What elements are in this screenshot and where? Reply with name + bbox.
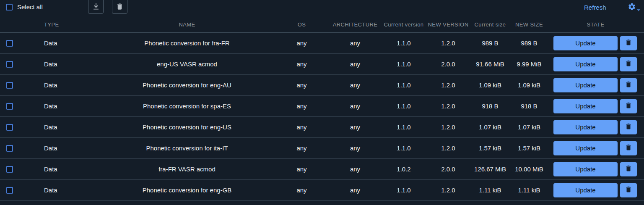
new-version-cell: 1.2.0 — [427, 117, 469, 137]
header-new-version: NEW VERSION — [427, 17, 469, 32]
state-cell: Update — [547, 54, 644, 74]
trash-icon — [625, 39, 632, 47]
delete-button[interactable] — [620, 78, 637, 92]
current-version-cell: 1.0.2 — [380, 159, 427, 179]
architecture-cell: any — [330, 159, 380, 179]
table-row: Data Phonetic conversion for spa-ES any … — [0, 96, 644, 117]
gear-icon — [628, 3, 636, 11]
type-cell: Data — [38, 54, 101, 74]
new-size-cell: 1.09 kiB — [511, 75, 547, 95]
update-button[interactable]: Update — [553, 120, 618, 134]
download-icon — [92, 2, 100, 11]
row-checkbox[interactable] — [6, 82, 13, 89]
bulk-delete-button[interactable] — [112, 0, 127, 14]
table-row: Data Phonetic conversion for eng-AU any … — [0, 75, 644, 96]
name-cell: Phonetic conversion for eng-US — [101, 117, 273, 137]
current-version-cell: 1.1.0 — [380, 117, 427, 137]
header-current-version: Current version — [380, 17, 427, 32]
header-current-size: Current size — [469, 17, 511, 32]
table-row: Data Phonetic conversion for eng-GB any … — [0, 180, 644, 201]
os-cell: any — [273, 96, 330, 116]
name-cell: Phonetic conversion for eng-GB — [101, 180, 273, 200]
header-name: NAME — [101, 17, 273, 32]
os-cell: any — [273, 138, 330, 158]
update-button[interactable]: Update — [553, 183, 618, 197]
os-cell: any — [273, 180, 330, 200]
delete-button[interactable] — [620, 183, 637, 197]
current-size-cell: 989 B — [469, 33, 511, 53]
table-row: Data eng-US VASR acmod any any 1.1.0 2.0… — [0, 54, 644, 75]
type-cell: Data — [38, 180, 101, 200]
new-version-cell: 1.2.0 — [427, 96, 469, 116]
state-cell: Update — [547, 117, 644, 137]
update-button[interactable]: Update — [553, 99, 618, 113]
state-cell: Update — [547, 180, 644, 200]
update-button[interactable]: Update — [553, 36, 618, 50]
delete-button[interactable] — [620, 141, 637, 155]
delete-button[interactable] — [620, 57, 637, 71]
state-cell: Update — [547, 138, 644, 158]
new-version-cell: 2.0.0 — [427, 159, 469, 179]
current-size-cell: 1.57 kiB — [469, 138, 511, 158]
update-button[interactable]: Update — [553, 78, 618, 92]
header-architecture: ARCHITECTURE — [330, 17, 380, 32]
delete-button[interactable] — [620, 120, 637, 134]
row-checkbox[interactable] — [6, 166, 13, 173]
table-row: Data Phonetic conversion for ita-IT any … — [0, 138, 644, 159]
current-version-cell: 1.1.0 — [380, 138, 427, 158]
header-type: TYPE — [38, 17, 101, 32]
os-cell: any — [273, 33, 330, 53]
row-checkbox[interactable] — [6, 124, 13, 131]
new-size-cell: 1.57 kiB — [511, 138, 547, 158]
name-cell: Phonetic conversion for fra-FR — [101, 33, 273, 53]
trash-icon — [625, 60, 632, 68]
state-cell: Update — [547, 159, 644, 179]
new-version-cell: 1.2.0 — [427, 138, 469, 158]
header-os: OS — [273, 17, 330, 32]
refresh-button[interactable]: Refresh — [584, 4, 606, 11]
trash-icon — [625, 165, 632, 173]
current-size-cell: 126.67 MiB — [469, 159, 511, 179]
state-cell: Update — [547, 33, 644, 53]
trash-icon — [116, 3, 124, 11]
table-row: Data fra-FR VASR acmod any any 1.0.2 2.0… — [0, 159, 644, 180]
delete-button[interactable] — [620, 36, 637, 50]
architecture-cell: any — [330, 96, 380, 116]
delete-button[interactable] — [620, 162, 637, 176]
update-button[interactable]: Update — [553, 57, 618, 71]
row-checkbox[interactable] — [6, 40, 13, 47]
row-checkbox[interactable] — [6, 145, 13, 152]
trash-icon — [625, 123, 632, 131]
state-cell: Update — [547, 96, 644, 116]
table-row: Data Phonetic conversion for fra-FR any … — [0, 33, 644, 54]
architecture-cell: any — [330, 54, 380, 74]
type-cell: Data — [38, 159, 101, 179]
update-button[interactable]: Update — [553, 162, 618, 176]
settings-menu-button[interactable] — [628, 3, 641, 11]
trash-icon — [625, 144, 632, 152]
architecture-cell: any — [330, 138, 380, 158]
architecture-cell: any — [330, 33, 380, 53]
current-size-cell: 1.07 kiB — [469, 117, 511, 137]
update-button[interactable]: Update — [553, 141, 618, 155]
trash-icon — [625, 102, 632, 110]
name-cell: Phonetic conversion for spa-ES — [101, 96, 273, 116]
table-body: Data Phonetic conversion for fra-FR any … — [0, 33, 644, 201]
delete-button[interactable] — [620, 99, 637, 113]
os-cell: any — [273, 117, 330, 137]
row-checkbox[interactable] — [6, 187, 13, 194]
state-cell: Update — [547, 75, 644, 95]
os-cell: any — [273, 159, 330, 179]
name-cell: fra-FR VASR acmod — [101, 159, 273, 179]
select-all-checkbox[interactable] — [6, 4, 13, 11]
row-checkbox[interactable] — [6, 61, 13, 68]
type-cell: Data — [38, 75, 101, 95]
name-cell: eng-US VASR acmod — [101, 54, 273, 74]
row-checkbox[interactable] — [6, 103, 13, 110]
download-button[interactable] — [88, 0, 104, 14]
select-all[interactable]: Select all — [6, 3, 43, 11]
new-version-cell: 2.0.0 — [427, 54, 469, 74]
header-new-size: NEW SIZE — [511, 17, 547, 32]
current-size-cell: 1.11 kiB — [469, 180, 511, 200]
architecture-cell: any — [330, 117, 380, 137]
